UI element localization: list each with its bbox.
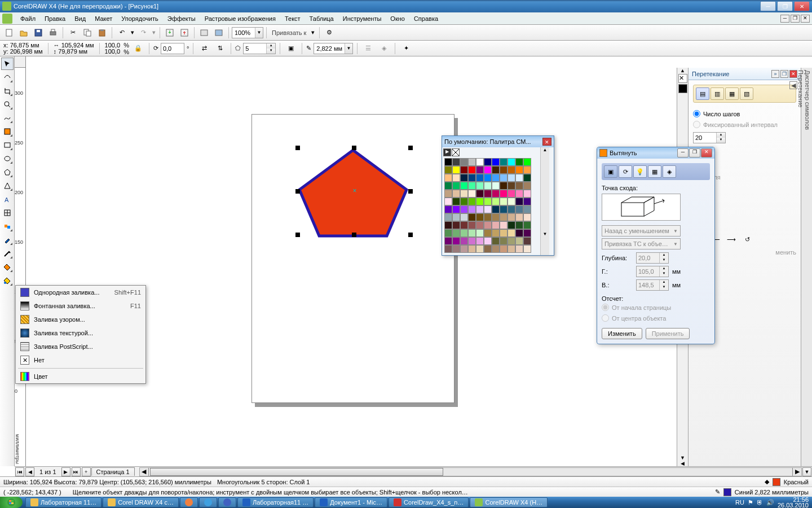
color-swatch[interactable]: [492, 237, 500, 245]
other-button[interactable]: ✦: [399, 42, 413, 55]
task-item[interactable]: [199, 497, 217, 507]
vertical-ruler[interactable]: 300 250 200 150 100 50 0 миллиметры: [15, 68, 26, 466]
color-swatch[interactable]: [492, 213, 500, 221]
color-swatch[interactable]: [476, 237, 484, 245]
color-swatch[interactable]: [452, 166, 460, 174]
color-swatch[interactable]: [468, 229, 476, 237]
color-swatch[interactable]: [460, 174, 468, 182]
color-swatch[interactable]: [508, 182, 515, 190]
prev-page-button[interactable]: ◀: [25, 467, 34, 476]
crop-tool[interactable]: [1, 85, 14, 97]
color-swatch[interactable]: [452, 205, 460, 213]
color-swatch[interactable]: [468, 182, 476, 190]
color-swatch[interactable]: [484, 205, 492, 213]
task-item[interactable]: Лабораторная11 …: [237, 497, 314, 507]
rectangle-tool[interactable]: [1, 139, 14, 151]
color-swatch[interactable]: [452, 237, 460, 245]
menu-window[interactable]: Окно: [386, 14, 409, 24]
color-swatch-grid[interactable]: [443, 157, 539, 254]
docker-expand-button[interactable]: ◀: [789, 81, 797, 89]
outline-width-combo[interactable]: 2,822 мм▼: [314, 43, 353, 54]
interactive-tool[interactable]: [1, 220, 14, 233]
scale-readout[interactable]: 100,0 100,0: [104, 42, 122, 55]
system-tray[interactable]: RU ⚑ ⛨ 🔊 21:5626.03.2010: [732, 497, 812, 508]
steps-radio[interactable]: [693, 110, 700, 117]
color-swatch[interactable]: [444, 158, 452, 166]
cut-button[interactable]: ✂: [66, 27, 80, 39]
color-swatch[interactable]: [444, 229, 452, 237]
new-button[interactable]: [2, 27, 16, 39]
convert-button[interactable]: ◈: [377, 42, 391, 55]
basic-shapes-tool[interactable]: [1, 179, 14, 192]
color-swatch[interactable]: [460, 158, 468, 166]
color-swatch[interactable]: [500, 182, 508, 190]
color-swatch[interactable]: [515, 213, 523, 221]
color-swatch[interactable]: [523, 166, 531, 174]
no-color-swatch[interactable]: [452, 148, 460, 156]
extrude-tab-rotation[interactable]: ⟳: [619, 165, 632, 178]
mdi-close[interactable]: ✕: [801, 15, 810, 23]
color-swatch[interactable]: [460, 182, 468, 190]
color-swatch[interactable]: [515, 166, 523, 174]
color-swatch[interactable]: [444, 205, 452, 213]
text-tool[interactable]: A: [1, 193, 14, 205]
color-swatch[interactable]: [508, 174, 515, 182]
interactive-fill-tool[interactable]: [1, 274, 14, 287]
apply-button[interactable]: Применить: [646, 328, 690, 339]
no-fill-item[interactable]: ✕Нет: [16, 353, 145, 367]
docker-side-tabs[interactable]: Диспетчер символов Перетекание ◀: [801, 68, 812, 466]
color-swatch[interactable]: [476, 221, 484, 229]
tray-icon[interactable]: 🔊: [766, 499, 774, 506]
save-button[interactable]: [32, 27, 45, 39]
color-swatch[interactable]: [484, 213, 492, 221]
color-swatch[interactable]: [468, 190, 476, 198]
edit-button[interactable]: Изменить: [602, 328, 642, 339]
color-swatch[interactable]: [508, 166, 515, 174]
color-swatch[interactable]: [484, 158, 492, 166]
import-button[interactable]: [163, 27, 176, 39]
steps-spinner[interactable]: ▲▼: [693, 132, 726, 143]
color-swatch[interactable]: [460, 205, 468, 213]
color-swatch[interactable]: [460, 221, 468, 229]
vscroll-down[interactable]: ▼: [802, 467, 811, 476]
color-swatch[interactable]: [508, 190, 515, 198]
color-swatch[interactable]: [468, 205, 476, 213]
color-docker-item[interactable]: Цвет: [16, 370, 145, 383]
color-swatch[interactable]: [492, 158, 500, 166]
color-swatch[interactable]: [523, 213, 531, 221]
color-swatch[interactable]: [452, 198, 460, 205]
color-swatch[interactable]: [476, 245, 484, 253]
menu-table[interactable]: Таблица: [305, 14, 338, 24]
palette-nav-button[interactable]: ▶: [443, 148, 451, 156]
color-swatch[interactable]: [500, 190, 508, 198]
extrude-min-button[interactable]: ─: [677, 148, 689, 157]
task-item[interactable]: Документ1 - Mic…: [315, 497, 387, 507]
mdi-minimize[interactable]: ─: [780, 15, 789, 23]
blend-reset-button[interactable]: ↺: [740, 233, 754, 246]
blend-color-tab[interactable]: ▦: [725, 87, 739, 100]
undo-drop[interactable]: ▾: [130, 27, 135, 39]
color-swatch[interactable]: [484, 182, 492, 190]
color-swatch[interactable]: [492, 229, 500, 237]
menu-help[interactable]: Справка: [409, 14, 443, 24]
outline-color-indicator[interactable]: [723, 488, 731, 496]
color-swatch[interactable]: [452, 182, 460, 190]
color-swatch[interactable]: [484, 190, 492, 198]
v-spinner[interactable]: ▲▼: [636, 279, 669, 291]
drawing-canvas[interactable]: ×: [26, 68, 677, 466]
color-swatch[interactable]: [500, 245, 508, 253]
color-swatch[interactable]: [515, 198, 523, 205]
tray-icon[interactable]: ⚑: [748, 499, 753, 506]
task-item[interactable]: [180, 497, 198, 507]
menu-arrange[interactable]: Упорядочить: [117, 14, 162, 24]
menu-edit[interactable]: Правка: [40, 14, 70, 24]
color-swatch[interactable]: [508, 237, 515, 245]
tray-icon[interactable]: ⛨: [757, 499, 763, 506]
color-swatch[interactable]: [492, 198, 500, 205]
app-menu-icon[interactable]: [2, 14, 12, 24]
color-swatch[interactable]: [460, 198, 468, 205]
color-swatch[interactable]: [500, 213, 508, 221]
color-swatch[interactable]: [476, 198, 484, 205]
extrude-preview[interactable]: [602, 194, 681, 221]
blend-steps-tab[interactable]: ▤: [696, 87, 709, 100]
